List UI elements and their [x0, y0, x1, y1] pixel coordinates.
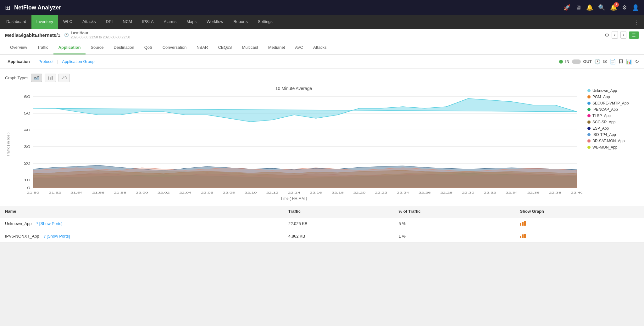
graph-type-scatter[interactable]	[58, 74, 70, 82]
next-button[interactable]: ›	[620, 31, 626, 39]
nav-item-attacks[interactable]: Attacks	[77, 15, 101, 29]
nav-item-dashboard[interactable]: Dashboard	[1, 15, 31, 29]
row-graph-1[interactable]	[515, 230, 644, 243]
nav-item-workflow[interactable]: Workflow	[202, 15, 228, 29]
nav-item-maps[interactable]: Maps	[181, 15, 202, 29]
chart-container: 10 Minute Average Traffic ( in bps )	[5, 86, 639, 201]
user-icon[interactable]: 👤	[632, 4, 639, 11]
legend-item-iso-tp4: ISO-TP4_App	[587, 132, 639, 137]
notification-bell[interactable]: 🔔 3	[610, 4, 617, 11]
svg-text:22:16: 22:16	[310, 191, 322, 194]
tab-multicast[interactable]: Multicast	[237, 41, 263, 54]
legend-label-tlsp: TLSP_App	[592, 114, 611, 118]
out-toggle[interactable]	[572, 59, 581, 64]
schedule-icon[interactable]: 🕐	[594, 59, 601, 65]
main-content: Application | Protocol | Application Gro…	[0, 55, 644, 243]
tab-source[interactable]: Source	[86, 41, 108, 54]
svg-text:22:04: 22:04	[179, 191, 192, 194]
svg-text:60: 60	[24, 95, 31, 98]
svg-rect-59	[520, 236, 521, 238]
tab-cbqos[interactable]: CBQoS	[213, 41, 237, 54]
show-ports-link-0[interactable]: [Show Ports]	[39, 221, 63, 226]
sub-tabs-right: IN OUT 🕐 ✉ 📄 🖼 📊 ↻	[559, 59, 639, 65]
graph-type-area[interactable]	[31, 74, 42, 82]
graph-types-label: Graph Types	[5, 76, 28, 80]
nav-item-alarms[interactable]: Alarms	[159, 15, 181, 29]
nav-more-button[interactable]: ⋮	[630, 19, 643, 25]
x-axis-label: Time ( HH:MM )	[5, 196, 582, 201]
tab-avc[interactable]: AVC	[290, 41, 308, 54]
svg-text:21:54: 21:54	[70, 191, 83, 194]
tab-overview[interactable]: Overview	[5, 41, 32, 54]
tab-application[interactable]: Application	[53, 41, 86, 54]
image-icon[interactable]: 🖼	[619, 59, 624, 65]
sub-tabs-left: Application | Protocol | Application Gro…	[5, 58, 97, 65]
svg-text:22:26: 22:26	[419, 191, 431, 194]
time-label: Last Hour	[71, 31, 130, 35]
svg-text:22:24: 22:24	[397, 191, 409, 194]
tab-attacks[interactable]: Attacks	[308, 41, 332, 54]
nav-item-wlc[interactable]: WLC	[58, 15, 77, 29]
col-name[interactable]: Name	[0, 206, 283, 217]
graph-type-bar[interactable]	[45, 74, 56, 82]
svg-text:22:14: 22:14	[288, 191, 300, 194]
svg-text:22:22: 22:22	[375, 191, 387, 194]
svg-text:22:00: 22:00	[136, 191, 148, 194]
legend-dot-secure-vmtp	[587, 102, 591, 105]
nav-item-reports[interactable]: Reports	[228, 15, 253, 29]
show-ports-link-1[interactable]: [Show Ports]	[47, 234, 70, 239]
settings-icon[interactable]: ⚙	[622, 4, 627, 11]
alert-settings-icon[interactable]: ⚙	[605, 32, 609, 38]
search-icon[interactable]: 🔍	[598, 4, 605, 11]
bell-icon[interactable]: 🔔	[586, 4, 593, 11]
svg-text:22:36: 22:36	[527, 191, 540, 194]
nav-item-inventory[interactable]: Inventory	[31, 15, 58, 29]
prev-button[interactable]: ‹	[612, 31, 618, 39]
svg-text:22:30: 22:30	[462, 191, 474, 194]
grid-icon[interactable]: ⊞	[5, 4, 10, 11]
legend-item-wb-mon: WB-MON_App	[587, 145, 639, 149]
sub-tab-application-group[interactable]: Application Group	[59, 58, 97, 65]
row-percent-1: 1 %	[394, 230, 515, 243]
nav-item-dpi[interactable]: DPI	[101, 15, 118, 29]
nav-item-ncm[interactable]: NCM	[118, 15, 137, 29]
svg-text:22:12: 22:12	[266, 191, 279, 194]
svg-text:22:10: 22:10	[245, 191, 257, 194]
tab-conversation[interactable]: Conversation	[158, 41, 192, 54]
row-graph-0[interactable]	[515, 217, 644, 230]
top-bar: ⊞ NetFlow Analyzer 🚀 🖥 🔔 🔍 🔔 3 ⚙ 👤	[0, 0, 644, 15]
legend-item-tlsp: TLSP_App	[587, 114, 639, 118]
table-row: IPV6-NONXT_App ? [Show Ports] 4.862 KB 1…	[0, 230, 644, 243]
nav-item-ipsla[interactable]: IPSLA	[137, 15, 159, 29]
in-indicator	[559, 60, 563, 64]
help-icon-1: ?	[44, 234, 46, 238]
legend-dot-pgm	[587, 95, 591, 98]
tab-qos[interactable]: QoS	[139, 41, 158, 54]
sub-tab-protocol[interactable]: Protocol	[36, 58, 56, 65]
monitor-icon[interactable]: 🖥	[575, 4, 581, 11]
svg-text:20: 20	[24, 161, 31, 165]
rocket-icon[interactable]: 🚀	[564, 4, 570, 11]
sub-tabs: Application | Protocol | Application Gro…	[0, 55, 644, 69]
tab-traffic[interactable]: Traffic	[32, 41, 53, 54]
tab-medianet[interactable]: Medianet	[263, 41, 290, 54]
email-icon[interactable]: ✉	[603, 59, 607, 65]
svg-rect-56	[520, 223, 521, 226]
notification-count: 3	[614, 2, 619, 7]
tab-destination[interactable]: Destination	[109, 41, 139, 54]
legend-item-unknown: Unknown_App	[587, 88, 639, 93]
chart-inner: 10 Minute Average Traffic ( in bps )	[5, 86, 582, 201]
svg-text:22:20: 22:20	[353, 191, 365, 194]
out-label: OUT	[583, 59, 592, 64]
chart-icon[interactable]: 📊	[626, 59, 632, 65]
breadcrumb-right: ⚙ ‹ › ☰	[605, 31, 639, 39]
pdf-icon[interactable]: 📄	[610, 59, 616, 65]
tab-nbar[interactable]: NBAR	[192, 41, 213, 54]
sub-tab-application[interactable]: Application	[5, 58, 32, 65]
menu-toggle-button[interactable]: ☰	[629, 31, 639, 39]
legend-dot-ipencap	[587, 108, 591, 111]
tabs-bar: Overview Traffic Application Source Dest…	[0, 41, 644, 55]
clock-icon: 🕐	[64, 33, 69, 37]
refresh-icon[interactable]: ↻	[635, 59, 639, 65]
nav-item-settings[interactable]: Settings	[253, 15, 278, 29]
